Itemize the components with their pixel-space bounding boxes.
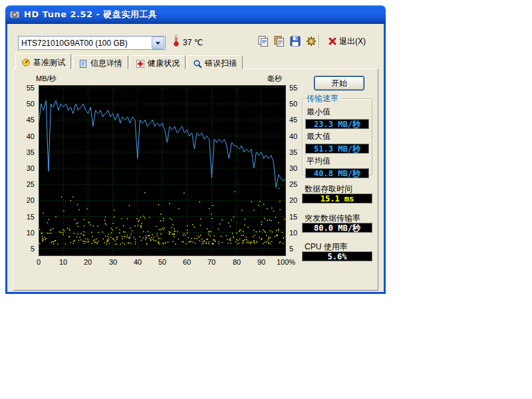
transfer-rate-group-title: 传输速率 [305, 93, 340, 104]
y-tick-label: 55 [289, 84, 309, 92]
x-tick-label: 0 [25, 258, 52, 266]
x-tick-label: 50 [149, 258, 176, 266]
max-value: 51.3 MB/秒 [305, 144, 369, 154]
info-page-icon [78, 59, 88, 68]
min-value: 23.3 MB/秒 [305, 119, 369, 129]
y-tick-label: 15 [17, 213, 35, 221]
x-tick-label: 70 [198, 258, 225, 266]
window-title: HD Tune 2.52 - 硬盘实用工具 [24, 9, 158, 21]
toolbar-separator [319, 34, 319, 49]
benchmark-chart [39, 85, 286, 256]
temperature-value: 37 ℃ [183, 38, 203, 47]
min-label: 最小值 [307, 106, 369, 118]
tab-benchmark-label: 基准测试 [33, 57, 65, 68]
max-label: 最大值 [307, 131, 369, 142]
drive-select-dropdown-button[interactable] [152, 37, 164, 49]
burst-rate-value: 80.0 MB/秒 [302, 223, 372, 233]
x-tick-label: 20 [74, 258, 101, 266]
tab-benchmark[interactable]: 基准测试 [15, 53, 71, 69]
y-tick-label: 55 [17, 84, 35, 92]
y-tick-label: 35 [17, 148, 35, 156]
hdtune-window: HD Tune 2.52 - 硬盘实用工具 [5, 5, 386, 294]
x-tick-label: 10 [50, 258, 76, 266]
options-button[interactable] [304, 34, 319, 49]
x-tick-label: 80 [223, 258, 250, 266]
start-button[interactable]: 开始 [314, 76, 364, 90]
copy-screenshot-button[interactable] [256, 34, 271, 49]
x-tick-label: 90 [248, 258, 275, 266]
copy-text-button[interactable] [272, 34, 287, 49]
x-tick-label: 30 [100, 258, 126, 266]
drive-select-value: HTS721010G9AT00 (100 GB) [19, 39, 151, 48]
y-tick-label: 30 [17, 164, 35, 172]
exit-label: 退出(X) [339, 36, 366, 47]
save-screenshot-button[interactable] [288, 34, 303, 49]
tab-health-label: 健康状况 [148, 58, 180, 69]
health-cross-icon [136, 59, 145, 68]
tab-error-scan-label: 错误扫描 [205, 58, 237, 69]
exit-x-icon [328, 37, 337, 46]
tab-health[interactable]: 健康状况 [130, 55, 186, 69]
transfer-rate-group: 传输速率 最小值 23.3 MB/秒 最大值 51.3 MB/秒 平均值 40.… [302, 93, 372, 176]
y-tick-label: 5 [17, 245, 35, 253]
y-tick-label: 40 [17, 132, 35, 140]
exit-button[interactable]: 退出(X) [323, 34, 370, 49]
x-axis-ticks: 0102030405060708090100% [13, 258, 319, 267]
cpu-usage-value: 5.6% [302, 251, 372, 261]
tab-error-scan[interactable]: 错误扫描 [187, 55, 243, 69]
chevron-down-icon [155, 41, 161, 46]
thermometer-icon [172, 35, 180, 49]
x-tick-label: 40 [124, 258, 151, 266]
x-tick-label: 60 [174, 258, 200, 266]
tab-info-label: 信息详情 [90, 58, 122, 69]
copy-text-icon [273, 35, 285, 47]
gear-icon [305, 35, 317, 47]
client-area: HTS721010G9AT00 (100 GB) 37 ℃ [5, 24, 386, 294]
left-axis-label: MB/秒 [36, 74, 57, 84]
y-tick-label: 45 [17, 116, 35, 124]
x-tick-label: 100% [273, 258, 299, 266]
y-axis-left-ticks: 555045403530252015105 [17, 85, 36, 256]
avg-value: 40.8 MB/秒 [305, 168, 369, 178]
titlebar[interactable]: HD Tune 2.52 - 硬盘实用工具 [5, 5, 386, 24]
drive-select[interactable]: HTS721010G9AT00 (100 GB) [18, 36, 166, 50]
y-tick-label: 25 [17, 180, 35, 188]
benchmark-gauge-icon [21, 58, 31, 67]
tab-strip: 基准测试 信息详情 健 [15, 53, 244, 69]
app-icon [9, 9, 20, 20]
tab-info[interactable]: 信息详情 [72, 55, 128, 69]
right-axis-label: 毫秒 [267, 74, 282, 84]
copy-screenshot-icon [257, 35, 269, 47]
y-tick-label: 10 [17, 229, 35, 237]
benchmark-page: MB/秒 毫秒 555045403530252015105 5550454035… [13, 68, 378, 291]
save-floppy-icon [289, 35, 301, 47]
y-tick-label: 20 [17, 196, 35, 204]
y-tick-label: 50 [17, 100, 35, 108]
magnifier-icon [193, 59, 202, 68]
access-time-value: 15.1 ms [302, 194, 372, 203]
avg-label: 平均值 [307, 156, 369, 167]
